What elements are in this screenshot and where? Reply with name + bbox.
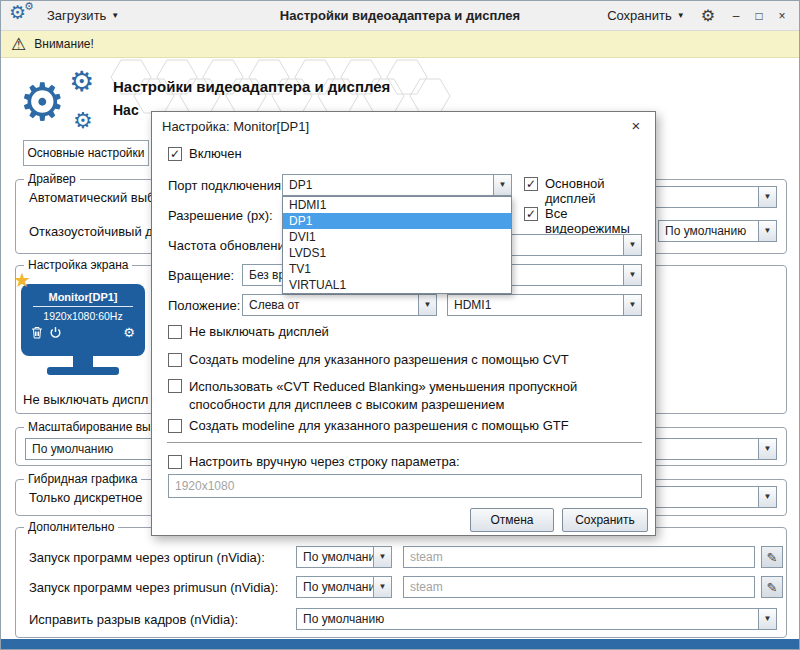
dpms-checkbox[interactable]: Не выключать дисплей bbox=[168, 324, 329, 339]
checkbox-box[interactable] bbox=[168, 353, 182, 367]
scaling-group-legend: Масштабирование вы bbox=[24, 420, 155, 434]
page-title: Настройки видеоадаптера и дисплея bbox=[113, 78, 390, 95]
primusrun-dropdown[interactable]: По умолчанию ▼ bbox=[296, 576, 392, 598]
chevron-down-icon: ▼ bbox=[677, 12, 685, 20]
checkbox-box[interactable] bbox=[168, 419, 182, 433]
screen-dpms-label: Не выключать диспл bbox=[23, 392, 148, 407]
app-logo-gears-icon: ⚙ ⚙ bbox=[7, 1, 41, 31]
driver-failsafe-dropdown[interactable]: По умолчанию ▼ bbox=[658, 220, 777, 242]
enabled-checkbox-label: Включен bbox=[189, 146, 242, 161]
checkbox-box[interactable] bbox=[168, 379, 182, 393]
gtf-checkbox[interactable]: Создать modeline для указанного разрешен… bbox=[168, 418, 569, 433]
trash-icon[interactable] bbox=[31, 326, 43, 339]
tab-main-settings[interactable]: Основные настройки bbox=[23, 140, 149, 166]
checkbox-box[interactable] bbox=[168, 325, 182, 339]
chevron-down-icon[interactable]: ▼ bbox=[623, 265, 641, 285]
primary-display-label: Основной дисплей bbox=[545, 176, 655, 206]
dialog-separator bbox=[167, 442, 642, 443]
minimize-button[interactable]: – bbox=[727, 6, 745, 26]
manual-checkbox[interactable]: Настроить вручную через строку параметра… bbox=[168, 454, 460, 469]
save-button[interactable]: Сохранить ▼ bbox=[601, 5, 691, 26]
maximize-button[interactable]: □ bbox=[750, 6, 768, 26]
list-item[interactable]: HDMI1 bbox=[283, 197, 511, 213]
list-item-selected[interactable]: DP1 bbox=[283, 213, 511, 229]
titlebar: ⚙ ⚙ Загрузить ▼ Настройки видеоадаптера … bbox=[1, 1, 799, 31]
save-button[interactable]: Сохранить bbox=[562, 508, 648, 532]
dialog-close-icon[interactable]: × bbox=[627, 116, 645, 134]
optirun-label: Запуск программ через optirun (nVidia): bbox=[29, 550, 265, 565]
monitor-name: Monitor[DP1] bbox=[21, 284, 145, 303]
close-button[interactable]: × bbox=[773, 6, 791, 26]
load-button-label: Загрузить bbox=[47, 8, 106, 23]
checkbox-box[interactable] bbox=[168, 455, 182, 469]
chevron-down-icon[interactable]: ▼ bbox=[373, 547, 391, 567]
gear-icon: ⚙ bbox=[24, 1, 34, 12]
cancel-button[interactable]: Отмена bbox=[470, 508, 554, 532]
rotation-label: Вращение: bbox=[168, 268, 234, 283]
check-icon: ✓ bbox=[526, 208, 536, 220]
monitor-mode: 1920x1080:60Hz bbox=[21, 307, 145, 322]
position-dropdown[interactable]: Слева от ▼ bbox=[242, 294, 437, 316]
check-icon: ✓ bbox=[170, 148, 180, 160]
chevron-down-icon[interactable]: ▼ bbox=[758, 187, 776, 207]
list-item[interactable]: LVDS1 bbox=[283, 245, 511, 261]
gtf-checkbox-label: Создать modeline для указанного разрешен… bbox=[189, 418, 569, 433]
chevron-down-icon[interactable]: ▼ bbox=[758, 221, 776, 241]
port-label: Порт подключения: bbox=[168, 178, 285, 193]
port-dropdown[interactable]: DP1 ▼ bbox=[282, 174, 512, 196]
optirun-command-input[interactable] bbox=[403, 546, 755, 568]
refresh-label: Частота обновления ( bbox=[168, 238, 300, 253]
chevron-down-icon[interactable]: ▼ bbox=[758, 609, 776, 629]
list-item[interactable]: TV1 bbox=[283, 261, 511, 277]
all-modes-checkbox[interactable]: ✓ Все видеорежимы bbox=[524, 206, 655, 236]
app-window: ⚙ ⚙ Загрузить ▼ Настройки видеоадаптера … bbox=[0, 0, 800, 650]
power-icon[interactable] bbox=[49, 326, 62, 339]
checkbox-box[interactable]: ✓ bbox=[524, 207, 538, 221]
primary-display-checkbox[interactable]: ✓ Основной дисплей bbox=[524, 176, 655, 206]
cvt-rb-checkbox[interactable]: Использовать «CVT Reduced Blanking» умен… bbox=[168, 378, 638, 413]
list-item[interactable]: VIRTUAL1 bbox=[283, 277, 511, 293]
optirun-edit-button[interactable]: ✎ bbox=[761, 546, 783, 568]
screen-group-legend: Настройка экрана bbox=[24, 258, 132, 272]
chevron-down-icon[interactable]: ▼ bbox=[373, 577, 391, 597]
driver-auto-label: Автоматический выбо bbox=[29, 190, 162, 205]
star-icon: ★ bbox=[13, 270, 31, 290]
cvt-checkbox[interactable]: Создать modeline для указанного разрешен… bbox=[168, 352, 569, 367]
content-area: ⚙ ⚙ ⚙ Настройки видеоадаптера и дисплея … bbox=[1, 58, 799, 639]
extra-group-legend: Дополнительно bbox=[24, 520, 118, 534]
load-button[interactable]: Загрузить ▼ bbox=[41, 5, 125, 26]
chevron-down-icon[interactable]: ▼ bbox=[758, 439, 776, 459]
chevron-down-icon[interactable]: ▼ bbox=[493, 175, 511, 195]
warning-icon: ⚠ bbox=[11, 36, 26, 53]
chevron-down-icon[interactable]: ▼ bbox=[623, 235, 641, 255]
enabled-checkbox[interactable]: ✓ Включен bbox=[168, 146, 242, 161]
checkbox-box[interactable]: ✓ bbox=[168, 147, 182, 161]
chevron-down-icon[interactable]: ▼ bbox=[758, 487, 776, 507]
cvt-checkbox-label: Создать modeline для указанного разрешен… bbox=[189, 352, 569, 367]
monitor-widget[interactable]: Monitor[DP1] 1920x1080:60Hz ⚙ bbox=[21, 284, 145, 356]
all-modes-label: Все видеорежимы bbox=[545, 206, 655, 236]
chevron-down-icon: ▼ bbox=[111, 12, 119, 20]
hybrid-group-legend: Гибридная графика bbox=[24, 472, 141, 486]
warning-text: Внимание! bbox=[34, 37, 94, 51]
tearfix-dropdown[interactable]: По умолчанию ▼ bbox=[296, 608, 777, 630]
optirun-dropdown[interactable]: По умолчанию ▼ bbox=[296, 546, 392, 568]
monitor-gear-icon[interactable]: ⚙ bbox=[123, 326, 135, 339]
chevron-down-icon[interactable]: ▼ bbox=[418, 295, 436, 315]
settings-gear-button[interactable]: ⚙ bbox=[701, 8, 715, 24]
primusrun-edit-button[interactable]: ✎ bbox=[761, 576, 783, 598]
cvt-rb-checkbox-label: Использовать «CVT Reduced Blanking» умен… bbox=[189, 378, 638, 413]
chevron-down-icon[interactable]: ▼ bbox=[623, 295, 641, 315]
hybrid-label: Только дискретное bbox=[29, 490, 143, 505]
position-target-dropdown[interactable]: HDMI1 ▼ bbox=[447, 294, 642, 316]
position-label: Положение: bbox=[168, 298, 240, 313]
monitor-settings-dialog: Настройка: Monitor[DP1] × ✓ Включен Порт… bbox=[151, 111, 656, 536]
driver-group-legend: Драйвер bbox=[24, 172, 80, 186]
driver-failsafe-label: Отказоустойчивый др bbox=[29, 224, 160, 239]
primusrun-command-input[interactable] bbox=[403, 576, 755, 598]
list-item[interactable]: DVI1 bbox=[283, 229, 511, 245]
gear-icon: ⚙ bbox=[73, 110, 93, 132]
checkbox-box[interactable]: ✓ bbox=[524, 177, 538, 191]
manual-mode-input[interactable] bbox=[168, 474, 642, 498]
tearfix-label: Исправить разрыв кадров (nVidia): bbox=[29, 612, 238, 627]
